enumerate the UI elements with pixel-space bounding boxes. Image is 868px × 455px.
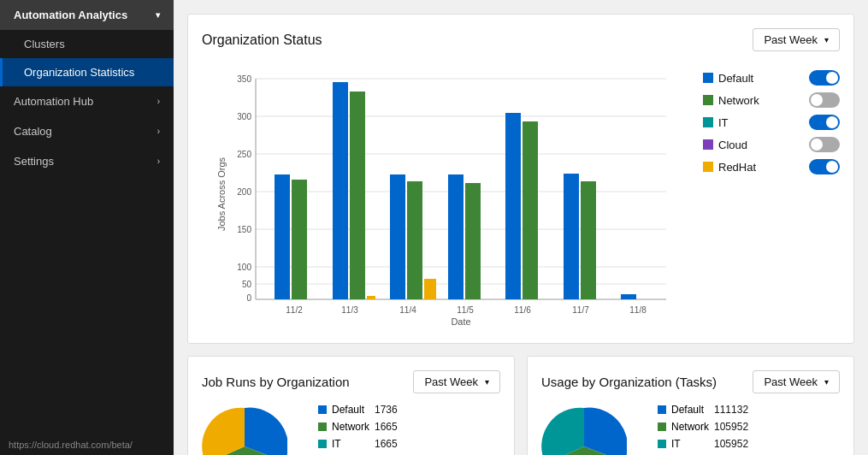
- svg-text:100: 100: [237, 263, 251, 272]
- legend-item-default-uo: Default 111132: [658, 404, 748, 416]
- chevron-right-icon: ›: [157, 97, 160, 106]
- svg-text:300: 300: [237, 112, 251, 121]
- toggle-it[interactable]: [809, 115, 840, 130]
- sidebar-item-label: Automation Hub: [14, 95, 93, 108]
- legend-color-jr-it: [318, 440, 327, 448]
- main-content: Organization Status Past Week ▾ Jobs Acr…: [174, 0, 868, 455]
- bar-11-5-network: [465, 183, 481, 299]
- toggle-redhat[interactable]: [809, 159, 840, 174]
- org-status-dropdown[interactable]: Past Week ▾: [753, 28, 840, 51]
- legend-color-jr-network: [318, 422, 327, 431]
- svg-text:Jobs Across Orgs: Jobs Across Orgs: [216, 157, 227, 231]
- legend-color-redhat: [703, 162, 713, 172]
- bar-11-2-default: [275, 174, 290, 299]
- legend-item-network-uo: Network 105952: [658, 421, 748, 433]
- legend-item-it: IT: [703, 115, 840, 130]
- job-runs-card: Job Runs by Organization Past Week ▾: [187, 356, 515, 455]
- bar-11-8-default: [621, 294, 636, 299]
- legend-item-it-jr: IT 1665: [318, 438, 398, 450]
- sidebar-item-clusters[interactable]: Clusters: [0, 30, 174, 58]
- bar-11-4-default: [390, 174, 405, 299]
- bottom-row: Job Runs by Organization Past Week ▾: [187, 356, 854, 455]
- sidebar-section-automation-hub[interactable]: Automation Hub ›: [0, 86, 174, 116]
- usage-title: Usage by Organization (Tasks): [541, 375, 717, 389]
- legend-color-cloud: [703, 139, 713, 150]
- legend-item-network-jr: Network 1665: [318, 421, 398, 433]
- toggle-network[interactable]: [809, 92, 840, 108]
- svg-text:11/4: 11/4: [399, 305, 416, 315]
- sidebar: Automation Analytics ▾ Clusters Organiza…: [0, 0, 174, 455]
- sidebar-item-organization-statistics[interactable]: Organization Statistics: [0, 58, 174, 86]
- chevron-right-icon: ›: [157, 157, 160, 166]
- bar-11-6-default: [505, 113, 521, 299]
- bar-11-3-redhat: [367, 296, 375, 299]
- bar-chart-svg: Jobs Across Orgs 350 300 250 200 150 10: [202, 62, 686, 327]
- legend-color-uo-it: [658, 440, 666, 448]
- toggle-default[interactable]: [809, 70, 840, 86]
- bar-11-6-network: [523, 121, 538, 299]
- chevron-down-icon: ▾: [156, 10, 160, 20]
- bar-11-3-default: [333, 82, 348, 299]
- legend-color-uo-network: [658, 422, 666, 431]
- job-runs-legend: Default 1736 Network 1665 IT 1665: [318, 404, 398, 450]
- job-runs-dropdown[interactable]: Past Week ▾: [413, 370, 500, 393]
- org-status-header: Organization Status Past Week ▾: [202, 28, 840, 51]
- job-runs-header: Job Runs by Organization Past Week ▾: [202, 370, 500, 393]
- legend-color-uo-default: [658, 405, 666, 414]
- sidebar-section-catalog[interactable]: Catalog ›: [0, 116, 174, 146]
- usage-legend: Default 111132 Network 105952 IT 105952: [658, 404, 748, 450]
- svg-text:50: 50: [242, 280, 252, 289]
- usage-dropdown[interactable]: Past Week ▾: [753, 370, 840, 393]
- chevron-right-icon: ›: [157, 127, 160, 136]
- job-runs-content: Default 1736 Network 1665 IT 1665: [202, 404, 500, 455]
- sidebar-section-settings[interactable]: Settings ›: [0, 146, 174, 176]
- bar-11-4-redhat: [424, 279, 436, 299]
- legend-item-redhat: RedHat: [703, 159, 840, 174]
- bar-11-4-network: [407, 181, 422, 299]
- svg-text:11/5: 11/5: [457, 305, 474, 315]
- legend-color-network: [703, 95, 713, 105]
- svg-text:Date: Date: [451, 316, 470, 327]
- sidebar-item-label: Settings: [14, 155, 54, 168]
- bar-chart-area: Jobs Across Orgs 350 300 250 200 150 10: [202, 62, 686, 329]
- legend-item-default-jr: Default 1736: [318, 404, 398, 416]
- usage-content: Default 111132 Network 105952 IT 105952: [541, 404, 840, 455]
- svg-text:200: 200: [237, 187, 251, 197]
- org-status-title: Organization Status: [202, 32, 322, 48]
- svg-text:150: 150: [237, 225, 251, 234]
- svg-text:11/7: 11/7: [572, 305, 589, 315]
- svg-text:350: 350: [237, 74, 251, 84]
- org-status-chart-container: Jobs Across Orgs 350 300 250 200 150 10: [202, 62, 840, 329]
- bar-11-7-network: [581, 181, 596, 299]
- dropdown-arrow-icon2: ▾: [485, 377, 489, 387]
- legend-item-network: Network: [703, 92, 840, 108]
- status-bar: https://cloud.redhat.com/beta/: [0, 434, 174, 455]
- sidebar-section-automation-analytics[interactable]: Automation Analytics ▾: [0, 0, 174, 30]
- sidebar-item-label: Catalog: [14, 125, 52, 138]
- legend-item-default: Default: [703, 70, 840, 86]
- svg-text:0: 0: [246, 293, 251, 303]
- sidebar-section-label: Automation Analytics: [14, 9, 127, 21]
- usage-by-org-card: Usage by Organization (Tasks) Past Week …: [527, 356, 854, 455]
- svg-text:250: 250: [237, 150, 251, 159]
- bar-11-2-network: [292, 180, 307, 299]
- legend-color-jr-default: [318, 405, 327, 414]
- job-runs-pie: [202, 404, 304, 455]
- legend-color-it: [703, 117, 713, 127]
- bar-11-3-network: [350, 92, 365, 299]
- chart-legend: Default Network IT: [703, 62, 840, 329]
- bar-11-7-default: [564, 174, 579, 299]
- usage-header: Usage by Organization (Tasks) Past Week …: [541, 370, 840, 393]
- svg-text:11/8: 11/8: [629, 305, 647, 315]
- dropdown-arrow-icon: ▾: [824, 35, 829, 44]
- svg-text:11/2: 11/2: [286, 305, 303, 315]
- usage-pie: [541, 404, 644, 455]
- organization-status-card: Organization Status Past Week ▾ Jobs Acr…: [187, 14, 854, 344]
- toggle-cloud[interactable]: [809, 137, 840, 152]
- bar-11-5-default: [448, 174, 464, 299]
- legend-item-it-uo: IT 105952: [658, 438, 748, 450]
- job-runs-title: Job Runs by Organization: [202, 375, 350, 389]
- dropdown-arrow-icon3: ▾: [824, 377, 829, 387]
- svg-text:11/3: 11/3: [341, 305, 358, 315]
- svg-text:11/6: 11/6: [514, 305, 531, 315]
